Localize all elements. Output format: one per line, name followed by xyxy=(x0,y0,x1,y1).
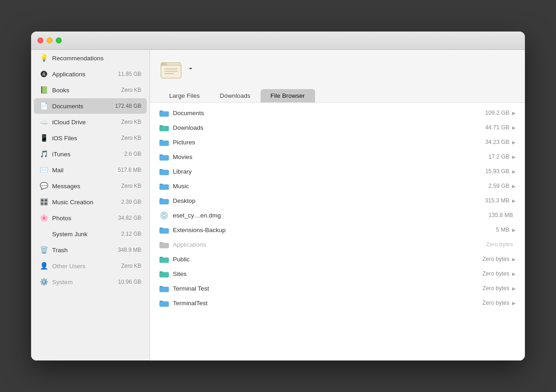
file-name: eset_cy…en.dmg xyxy=(173,212,488,219)
file-icon xyxy=(159,239,169,249)
sidebar-label-other-users: Other Users xyxy=(52,263,121,270)
sidebar-size-applications: 11.85 GB xyxy=(118,71,141,77)
sidebar-item-recommendations[interactable]: 💡Recommendations xyxy=(34,50,147,66)
file-size: Zero bytes xyxy=(482,270,509,277)
file-name: Applications xyxy=(173,241,486,248)
maximize-button[interactable] xyxy=(56,37,62,43)
documents-icon: 📄 xyxy=(39,101,48,111)
file-size: 17.2 GB xyxy=(488,154,509,160)
tab-file-browser[interactable]: File Browser xyxy=(261,89,315,102)
music-creation-icon: 🎛️ xyxy=(39,197,48,207)
file-size: Zero bytes xyxy=(486,241,513,248)
file-name: Library xyxy=(173,168,485,175)
file-row[interactable]: Extensions-Backup5 MB▶ xyxy=(150,222,525,237)
chevron-icon: ▶ xyxy=(512,169,516,174)
svg-rect-29 xyxy=(160,287,169,292)
file-name: Terminal Test xyxy=(173,285,482,292)
sidebar-item-mail[interactable]: ✉️Mail517.6 MB xyxy=(34,162,147,178)
sidebar-item-messages[interactable]: 💬MessagesZero KB xyxy=(34,178,147,194)
file-name: Sites xyxy=(173,270,482,277)
sidebar-item-books[interactable]: 📗BooksZero KB xyxy=(34,82,147,98)
tabs: Large FilesDownloadsFile Browser xyxy=(159,85,516,102)
file-size: 44.71 GB xyxy=(485,124,509,131)
sidebar-size-trash: 348.9 MB xyxy=(118,247,141,253)
sidebar-item-trash[interactable]: 🗑️Trash348.9 MB xyxy=(34,242,147,258)
sidebar-size-music-creation: 2.39 GB xyxy=(121,199,141,205)
file-name: Pictures xyxy=(173,139,485,146)
sidebar-item-music-creation[interactable]: 🎛️Music Creation2.39 GB xyxy=(34,194,147,210)
file-row[interactable]: Movies17.2 GB▶ xyxy=(150,149,525,164)
sidebar-label-system-junk: System Junk xyxy=(52,231,121,238)
app-window: 💡Recommendations🅐Applications11.85 GB📗Bo… xyxy=(31,32,525,360)
sidebar-item-documents[interactable]: 📄Documents172.48 GB xyxy=(34,98,147,114)
file-row[interactable]: Library15.93 GB▶ xyxy=(150,164,525,179)
sidebar-size-itunes: 2.6 GB xyxy=(124,151,141,157)
tab-downloads[interactable]: Downloads xyxy=(210,89,261,102)
chevron-icon: ▶ xyxy=(512,198,516,203)
chevron-icon: ▶ xyxy=(512,286,516,291)
file-row[interactable]: PublicZero bytes▶ xyxy=(150,252,525,266)
file-icon xyxy=(159,122,169,132)
main-content: 💡Recommendations🅐Applications11.85 GB📗Bo… xyxy=(31,50,525,360)
close-button[interactable] xyxy=(37,37,43,43)
sidebar-item-itunes[interactable]: 🎵iTunes2.6 GB xyxy=(34,146,147,162)
chevron-icon: ▶ xyxy=(512,140,516,145)
sidebar-size-documents: 172.48 GB xyxy=(115,103,141,109)
file-row[interactable]: Downloads44.71 GB▶ xyxy=(150,120,525,135)
sidebar-size-mail: 517.6 MB xyxy=(118,167,141,173)
file-row[interactable]: SitesZero bytes▶ xyxy=(150,266,525,281)
file-row[interactable]: Music2.59 GB▶ xyxy=(150,179,525,193)
file-row[interactable]: Documents109.2 GB▶ xyxy=(150,106,525,120)
file-row[interactable]: 💿eset_cy…en.dmg135.8 MB xyxy=(150,208,525,222)
mail-icon: ✉️ xyxy=(39,165,48,175)
chevron-icon: ▶ xyxy=(512,301,516,306)
file-name: Documents xyxy=(173,110,485,117)
sidebar-item-other-users[interactable]: 👤Other UsersZero KB xyxy=(34,258,147,274)
file-row[interactable]: Pictures34.23 GB▶ xyxy=(150,135,525,149)
file-name: TerminalTest xyxy=(173,300,482,307)
svg-rect-1 xyxy=(161,65,181,78)
sidebar-label-trash: Trash xyxy=(52,247,118,254)
chevron-icon: ▶ xyxy=(512,271,516,276)
sidebar-label-books: Books xyxy=(52,87,121,94)
titlebar xyxy=(31,32,525,50)
sidebar-item-ios-files[interactable]: 📱iOS FilesZero KB xyxy=(34,130,147,146)
sidebar-item-photos[interactable]: 🌸Photos34.82 GB xyxy=(34,210,147,226)
chevron-icon: ▶ xyxy=(512,154,516,159)
traffic-lights xyxy=(37,37,62,43)
file-size: Zero bytes xyxy=(482,300,509,306)
chevron-icon: ▶ xyxy=(512,184,516,189)
file-icon xyxy=(159,283,169,293)
file-row[interactable]: TerminalTestZero bytes▶ xyxy=(150,296,525,310)
file-size: 2.59 GB xyxy=(488,183,509,189)
file-list: Documents109.2 GB▶Downloads44.71 GB▶Pict… xyxy=(150,103,525,360)
svg-rect-27 xyxy=(160,272,169,277)
file-size: 135.8 MB xyxy=(488,212,513,218)
file-row[interactable]: Terminal TestZero bytes▶ xyxy=(150,281,525,296)
recommendations-icon: 💡 xyxy=(39,53,48,63)
sidebar-size-icloud-drive: Zero KB xyxy=(121,119,141,125)
file-icon xyxy=(159,269,169,279)
sidebar-label-photos: Photos xyxy=(52,215,118,222)
file-row[interactable]: ApplicationsZero bytes xyxy=(150,237,525,252)
sidebar-label-ios-files: iOS Files xyxy=(52,135,121,142)
minimize-button[interactable] xyxy=(47,37,53,43)
file-icon xyxy=(159,166,169,176)
sidebar-label-icloud-drive: iCloud Drive xyxy=(52,119,121,126)
file-icon xyxy=(159,181,169,191)
sidebar-item-system[interactable]: ⚙️System10.96 GB xyxy=(34,274,147,290)
svg-rect-9 xyxy=(160,126,169,131)
file-name: Music xyxy=(173,183,488,190)
sidebar-item-applications[interactable]: 🅐Applications11.85 GB xyxy=(34,66,147,82)
system-junk-icon xyxy=(39,229,48,238)
tab-large-files[interactable]: Large Files xyxy=(159,89,210,102)
file-size: 34.23 GB xyxy=(485,139,509,145)
file-row[interactable]: Desktop315.3 MB▶ xyxy=(150,193,525,208)
file-size: 109.2 GB xyxy=(485,110,509,116)
sidebar-item-icloud-drive[interactable]: ☁️iCloud DriveZero KB xyxy=(34,114,147,130)
sidebar-item-system-junk[interactable]: System Junk2.12 GB xyxy=(34,226,147,242)
sidebar-size-books: Zero KB xyxy=(121,87,141,93)
sidebar-label-system: System xyxy=(52,279,118,286)
file-icon xyxy=(159,225,169,235)
panel-title-row: - xyxy=(159,57,516,81)
